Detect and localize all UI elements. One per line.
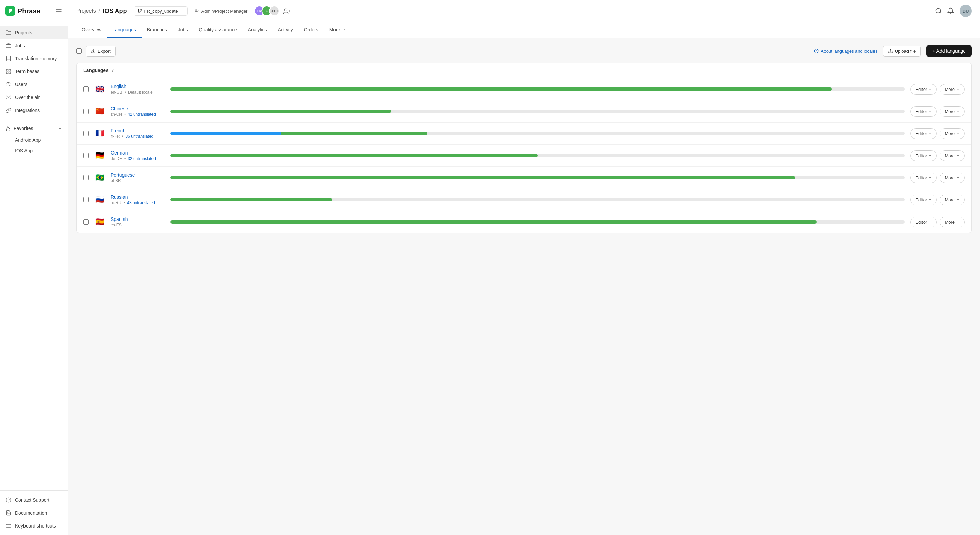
- lang-name-portuguese[interactable]: Portuguese: [111, 172, 165, 178]
- editor-button-english[interactable]: Editor: [910, 84, 937, 95]
- lang-info-french: French fr-FR • 36 untranslated: [111, 128, 165, 139]
- upload-label: Upload file: [895, 49, 916, 54]
- users-icon: [5, 81, 11, 88]
- sidebar-item-over-the-air[interactable]: Over the air: [0, 91, 68, 104]
- favorites-label: Favorites: [5, 126, 33, 131]
- tab-more[interactable]: More: [324, 22, 351, 38]
- more-button-french[interactable]: More: [940, 128, 965, 139]
- language-checkbox-russian[interactable]: [83, 197, 89, 202]
- tab-analytics[interactable]: Analytics: [242, 22, 272, 38]
- keyboard-icon: [5, 523, 11, 529]
- untranslated-chinese[interactable]: 42 untranslated: [127, 112, 156, 117]
- language-row-portuguese: 🇧🇷 Portuguese pt-BR Editor M: [76, 167, 972, 189]
- more-button-english[interactable]: More: [940, 84, 965, 95]
- editor-button-german[interactable]: Editor: [910, 150, 937, 161]
- lang-progress-chinese: [170, 110, 905, 113]
- sidebar-item-jobs[interactable]: Jobs: [0, 39, 68, 52]
- more-button-russian[interactable]: More: [940, 195, 965, 205]
- lang-meta-french: fr-FR • 36 untranslated: [111, 134, 165, 139]
- language-checkbox-spanish[interactable]: [83, 219, 89, 225]
- select-all-checkbox[interactable]: [76, 48, 82, 54]
- language-row-german: 🇩🇪 German de-DE • 32 untranslated Editor: [76, 145, 972, 167]
- progress-bar-spanish: [170, 220, 817, 224]
- tab-quality-assurance[interactable]: Quality assurance: [193, 22, 242, 38]
- lang-name-russian[interactable]: Russian: [111, 194, 165, 200]
- notification-button[interactable]: [947, 8, 954, 14]
- lang-meta-chinese: zh-CN • 42 untranslated: [111, 112, 165, 117]
- tab-activity[interactable]: Activity: [272, 22, 298, 38]
- untranslated-french[interactable]: 36 untranslated: [126, 134, 154, 139]
- sidebar-item-integrations[interactable]: Integrations: [0, 104, 68, 117]
- branch-selector[interactable]: FR_copy_update: [134, 6, 188, 16]
- sidebar-favorite-android-app[interactable]: Android App: [0, 134, 68, 145]
- language-checkbox-german[interactable]: [83, 153, 89, 158]
- tab-branches[interactable]: Branches: [142, 22, 172, 38]
- chevron-down-icon: [928, 110, 932, 113]
- add-member-button[interactable]: [283, 7, 290, 15]
- lang-info-spanish: Spanish es-ES: [111, 217, 165, 227]
- about-label: About languages and locales: [821, 49, 878, 54]
- more-button-chinese[interactable]: More: [940, 106, 965, 117]
- breadcrumb-parent[interactable]: Projects: [76, 8, 96, 14]
- language-checkbox-french[interactable]: [83, 131, 89, 136]
- lang-name-french[interactable]: French: [111, 128, 165, 134]
- sidebar-item-term-bases[interactable]: Term bases: [0, 65, 68, 78]
- sidebar-favorite-ios-app[interactable]: IOS App: [0, 145, 68, 156]
- file-text-icon: [5, 510, 11, 516]
- lang-name-german[interactable]: German: [111, 150, 165, 156]
- lang-name-chinese[interactable]: Chinese: [111, 106, 165, 111]
- chevron-down-icon: [342, 27, 346, 32]
- tab-overview[interactable]: Overview: [76, 22, 107, 38]
- untranslated-german[interactable]: 32 untranslated: [127, 156, 156, 161]
- book-icon: [5, 56, 11, 62]
- sidebar-item-documentation[interactable]: Documentation: [0, 506, 68, 519]
- avatars-group: CM E +10: [254, 6, 279, 16]
- menu-icon[interactable]: [56, 7, 62, 14]
- lang-name-spanish[interactable]: Spanish: [111, 217, 165, 222]
- tab-languages[interactable]: Languages: [107, 22, 141, 38]
- sidebar-item-projects[interactable]: Projects: [0, 26, 68, 39]
- more-button-portuguese[interactable]: More: [940, 172, 965, 183]
- more-button-german[interactable]: More: [940, 150, 965, 161]
- lang-info-russian: Russian ru-RU • 43 untranslated: [111, 194, 165, 205]
- sidebar-item-translation-memory[interactable]: Translation memory: [0, 52, 68, 65]
- editor-button-chinese[interactable]: Editor: [910, 106, 937, 117]
- user-avatar[interactable]: DU: [959, 5, 972, 17]
- language-checkbox-english[interactable]: [83, 86, 89, 92]
- favorites-section[interactable]: Favorites: [0, 122, 68, 134]
- search-button[interactable]: [935, 8, 942, 14]
- editor-button-french[interactable]: Editor: [910, 128, 937, 139]
- editor-button-spanish[interactable]: Editor: [910, 217, 937, 227]
- chevron-down-icon: [956, 154, 959, 157]
- editor-button-russian[interactable]: Editor: [910, 195, 937, 205]
- editor-button-portuguese[interactable]: Editor: [910, 172, 937, 183]
- sidebar-item-keyboard-shortcuts[interactable]: Keyboard shortcuts: [0, 519, 68, 532]
- help-circle-icon: [5, 497, 11, 503]
- about-link[interactable]: About languages and locales: [814, 49, 878, 54]
- sidebar-item-label: Projects: [15, 30, 32, 35]
- language-checkbox-portuguese[interactable]: [83, 175, 89, 180]
- avatar-more[interactable]: +10: [269, 6, 279, 16]
- breadcrumb: Projects / IOS App: [76, 8, 127, 14]
- lang-progress-portuguese: [170, 176, 905, 179]
- upload-file-button[interactable]: Upload file: [883, 46, 921, 57]
- sidebar-item-users[interactable]: Users: [0, 78, 68, 91]
- sidebar-item-contact-support[interactable]: Contact Support: [0, 494, 68, 506]
- list-icon: [5, 68, 11, 75]
- add-language-button[interactable]: + Add language: [926, 45, 972, 57]
- untranslated-russian[interactable]: 43 untranslated: [127, 201, 155, 205]
- add-language-label: + Add language: [932, 48, 966, 54]
- svg-rect-0: [8, 11, 10, 13]
- language-checkbox-chinese[interactable]: [83, 108, 89, 114]
- lang-actions-spanish: Editor More: [910, 217, 965, 227]
- tabs-bar: Overview Languages Branches Jobs Quality…: [68, 22, 980, 38]
- tab-orders[interactable]: Orders: [298, 22, 324, 38]
- content-area: Export About languages and locales Uploa…: [68, 38, 980, 535]
- tab-jobs[interactable]: Jobs: [172, 22, 194, 38]
- lang-actions-german: Editor More: [910, 150, 965, 161]
- more-button-spanish[interactable]: More: [940, 217, 965, 227]
- export-button[interactable]: Export: [86, 46, 116, 57]
- chevron-down-icon: [956, 132, 959, 135]
- lang-name-english[interactable]: English: [111, 84, 165, 89]
- language-row-french: 🇫🇷 French fr-FR • 36 untranslated Editor: [76, 123, 972, 145]
